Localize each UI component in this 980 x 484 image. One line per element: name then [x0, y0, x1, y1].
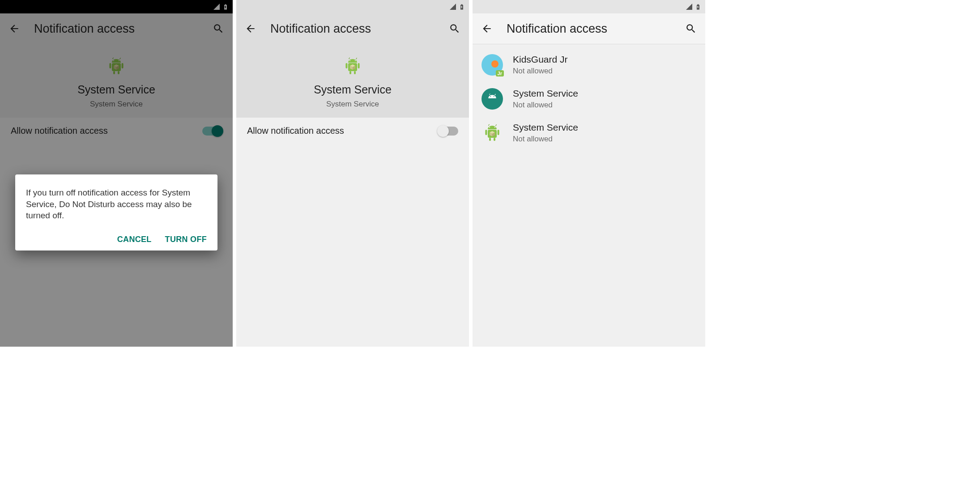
screenshot-panel-1: Notification access System Service Syste… — [0, 0, 233, 347]
app-subtitle: System Service — [326, 100, 379, 109]
cancel-button[interactable]: CANCEL — [117, 235, 152, 244]
allow-notification-access-row[interactable]: Allow notification access — [236, 118, 469, 144]
app-list-item[interactable]: Jr KidsGuard Jr Not allowed — [473, 48, 705, 82]
page-title: Notification access — [507, 22, 671, 36]
toggle-label: Allow notification access — [247, 126, 439, 136]
back-button[interactable] — [243, 21, 258, 36]
signal-icon — [686, 3, 693, 10]
dialog-scrim[interactable] — [0, 0, 233, 347]
back-button[interactable] — [480, 21, 494, 36]
android-head-icon — [486, 92, 499, 106]
dialog-body: If you turn off notification access for … — [26, 187, 207, 221]
back-arrow-icon — [481, 23, 493, 34]
search-icon — [449, 23, 460, 34]
search-icon — [685, 23, 697, 34]
system-service-bugdroid-icon — [481, 122, 503, 144]
confirm-dialog: If you turn off notification access for … — [15, 174, 217, 250]
app-icon — [342, 55, 363, 77]
app-header: System Service System Service — [236, 44, 469, 118]
battery-charging-icon — [695, 3, 701, 11]
app-list-item[interactable]: System Service Not allowed — [473, 82, 705, 116]
battery-charging-icon — [459, 3, 464, 11]
app-bar: Notification access — [236, 13, 469, 44]
page-title: Notification access — [270, 22, 435, 36]
app-item-status: Not allowed — [513, 135, 578, 144]
app-item-name: System Service — [513, 88, 578, 99]
signal-icon — [449, 3, 456, 10]
system-service-app-icon — [481, 88, 503, 110]
app-item-name: System Service — [513, 122, 578, 133]
toggle-switch-off[interactable] — [439, 127, 458, 136]
search-button[interactable] — [447, 21, 462, 36]
app-list: Jr KidsGuard Jr Not allowed System Servi… — [473, 44, 705, 153]
app-list-item[interactable]: System Service Not allowed — [473, 116, 705, 150]
status-bar — [236, 0, 469, 13]
back-arrow-icon — [245, 23, 256, 34]
kidsguard-app-icon: Jr — [481, 54, 503, 76]
screenshot-panel-3: Notification access Jr KidsGuard Jr Not … — [473, 0, 705, 347]
screenshot-panel-2: Notification access System Service Syste… — [236, 0, 469, 347]
app-item-status: Not allowed — [513, 67, 568, 76]
app-name: System Service — [314, 83, 392, 96]
app-item-status: Not allowed — [513, 101, 578, 110]
turn-off-button[interactable]: TURN OFF — [165, 235, 207, 244]
status-bar — [473, 0, 705, 13]
app-item-name: KidsGuard Jr — [513, 54, 568, 65]
app-bar: Notification access — [473, 13, 705, 44]
search-button[interactable] — [684, 21, 698, 36]
